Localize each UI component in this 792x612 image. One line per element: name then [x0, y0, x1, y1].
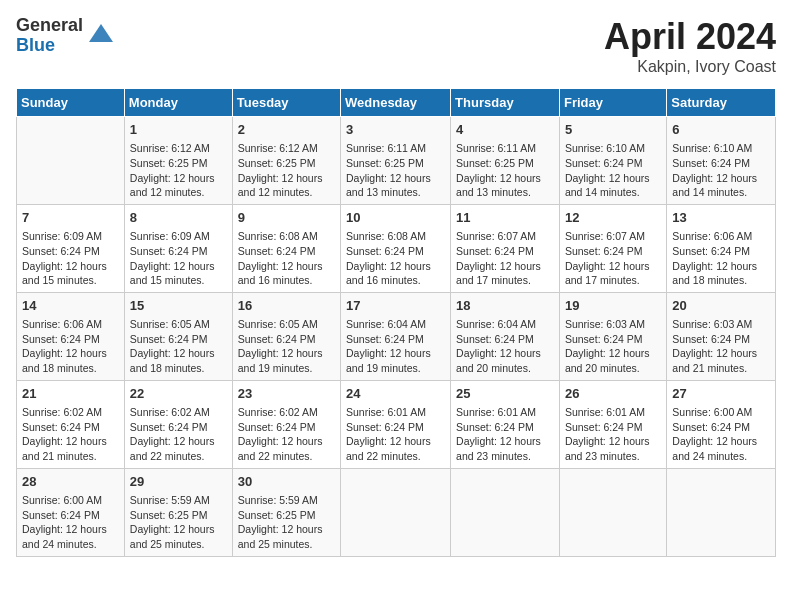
calendar-cell: 19Sunrise: 6:03 AM Sunset: 6:24 PM Dayli…	[559, 292, 666, 380]
day-number: 6	[672, 121, 770, 139]
day-number: 26	[565, 385, 661, 403]
week-row-1: 7Sunrise: 6:09 AM Sunset: 6:24 PM Daylig…	[17, 204, 776, 292]
calendar-cell	[341, 468, 451, 556]
calendar-cell: 9Sunrise: 6:08 AM Sunset: 6:24 PM Daylig…	[232, 204, 340, 292]
calendar-cell: 12Sunrise: 6:07 AM Sunset: 6:24 PM Dayli…	[559, 204, 666, 292]
header-monday: Monday	[124, 89, 232, 117]
day-number: 8	[130, 209, 227, 227]
day-number: 22	[130, 385, 227, 403]
header-saturday: Saturday	[667, 89, 776, 117]
day-info: Sunrise: 6:11 AM Sunset: 6:25 PM Dayligh…	[456, 141, 554, 200]
day-number: 24	[346, 385, 445, 403]
day-number: 3	[346, 121, 445, 139]
day-number: 10	[346, 209, 445, 227]
day-number: 30	[238, 473, 335, 491]
day-info: Sunrise: 5:59 AM Sunset: 6:25 PM Dayligh…	[130, 493, 227, 552]
day-number: 14	[22, 297, 119, 315]
day-number: 4	[456, 121, 554, 139]
day-number: 13	[672, 209, 770, 227]
day-info: Sunrise: 6:00 AM Sunset: 6:24 PM Dayligh…	[22, 493, 119, 552]
calendar-cell: 21Sunrise: 6:02 AM Sunset: 6:24 PM Dayli…	[17, 380, 125, 468]
day-info: Sunrise: 6:02 AM Sunset: 6:24 PM Dayligh…	[22, 405, 119, 464]
day-info: Sunrise: 6:12 AM Sunset: 6:25 PM Dayligh…	[130, 141, 227, 200]
calendar-cell: 26Sunrise: 6:01 AM Sunset: 6:24 PM Dayli…	[559, 380, 666, 468]
day-info: Sunrise: 6:09 AM Sunset: 6:24 PM Dayligh…	[130, 229, 227, 288]
calendar-cell: 1Sunrise: 6:12 AM Sunset: 6:25 PM Daylig…	[124, 117, 232, 205]
calendar-cell: 24Sunrise: 6:01 AM Sunset: 6:24 PM Dayli…	[341, 380, 451, 468]
logo-general-text: General	[16, 16, 83, 36]
day-number: 7	[22, 209, 119, 227]
day-number: 2	[238, 121, 335, 139]
calendar-table: SundayMondayTuesdayWednesdayThursdayFrid…	[16, 88, 776, 557]
day-info: Sunrise: 6:08 AM Sunset: 6:24 PM Dayligh…	[346, 229, 445, 288]
day-info: Sunrise: 6:12 AM Sunset: 6:25 PM Dayligh…	[238, 141, 335, 200]
calendar-cell: 2Sunrise: 6:12 AM Sunset: 6:25 PM Daylig…	[232, 117, 340, 205]
day-number: 11	[456, 209, 554, 227]
day-info: Sunrise: 6:01 AM Sunset: 6:24 PM Dayligh…	[456, 405, 554, 464]
header-tuesday: Tuesday	[232, 89, 340, 117]
day-info: Sunrise: 6:04 AM Sunset: 6:24 PM Dayligh…	[346, 317, 445, 376]
day-number: 15	[130, 297, 227, 315]
day-number: 23	[238, 385, 335, 403]
day-number: 5	[565, 121, 661, 139]
day-info: Sunrise: 6:04 AM Sunset: 6:24 PM Dayligh…	[456, 317, 554, 376]
calendar-cell: 3Sunrise: 6:11 AM Sunset: 6:25 PM Daylig…	[341, 117, 451, 205]
calendar-cell: 6Sunrise: 6:10 AM Sunset: 6:24 PM Daylig…	[667, 117, 776, 205]
day-info: Sunrise: 6:11 AM Sunset: 6:25 PM Dayligh…	[346, 141, 445, 200]
calendar-body: 1Sunrise: 6:12 AM Sunset: 6:25 PM Daylig…	[17, 117, 776, 557]
day-number: 25	[456, 385, 554, 403]
calendar-cell: 10Sunrise: 6:08 AM Sunset: 6:24 PM Dayli…	[341, 204, 451, 292]
calendar-cell: 11Sunrise: 6:07 AM Sunset: 6:24 PM Dayli…	[451, 204, 560, 292]
day-info: Sunrise: 6:05 AM Sunset: 6:24 PM Dayligh…	[130, 317, 227, 376]
day-number: 9	[238, 209, 335, 227]
calendar-cell: 5Sunrise: 6:10 AM Sunset: 6:24 PM Daylig…	[559, 117, 666, 205]
day-number: 1	[130, 121, 227, 139]
calendar-cell	[17, 117, 125, 205]
day-info: Sunrise: 5:59 AM Sunset: 6:25 PM Dayligh…	[238, 493, 335, 552]
calendar-cell: 13Sunrise: 6:06 AM Sunset: 6:24 PM Dayli…	[667, 204, 776, 292]
calendar-cell	[667, 468, 776, 556]
calendar-cell: 27Sunrise: 6:00 AM Sunset: 6:24 PM Dayli…	[667, 380, 776, 468]
calendar-cell: 8Sunrise: 6:09 AM Sunset: 6:24 PM Daylig…	[124, 204, 232, 292]
calendar-cell: 20Sunrise: 6:03 AM Sunset: 6:24 PM Dayli…	[667, 292, 776, 380]
week-row-4: 28Sunrise: 6:00 AM Sunset: 6:24 PM Dayli…	[17, 468, 776, 556]
day-info: Sunrise: 6:06 AM Sunset: 6:24 PM Dayligh…	[22, 317, 119, 376]
logo: General Blue	[16, 16, 115, 56]
calendar-cell: 7Sunrise: 6:09 AM Sunset: 6:24 PM Daylig…	[17, 204, 125, 292]
day-number: 27	[672, 385, 770, 403]
day-info: Sunrise: 6:05 AM Sunset: 6:24 PM Dayligh…	[238, 317, 335, 376]
day-info: Sunrise: 6:07 AM Sunset: 6:24 PM Dayligh…	[565, 229, 661, 288]
calendar-cell	[559, 468, 666, 556]
header-friday: Friday	[559, 89, 666, 117]
week-row-0: 1Sunrise: 6:12 AM Sunset: 6:25 PM Daylig…	[17, 117, 776, 205]
calendar-cell	[451, 468, 560, 556]
calendar-cell: 18Sunrise: 6:04 AM Sunset: 6:24 PM Dayli…	[451, 292, 560, 380]
calendar-cell: 25Sunrise: 6:01 AM Sunset: 6:24 PM Dayli…	[451, 380, 560, 468]
svg-marker-0	[89, 24, 113, 42]
title-block: April 2024 Kakpin, Ivory Coast	[604, 16, 776, 76]
day-number: 20	[672, 297, 770, 315]
day-number: 17	[346, 297, 445, 315]
calendar-header-row: SundayMondayTuesdayWednesdayThursdayFrid…	[17, 89, 776, 117]
week-row-2: 14Sunrise: 6:06 AM Sunset: 6:24 PM Dayli…	[17, 292, 776, 380]
logo-blue-text: Blue	[16, 36, 83, 56]
day-info: Sunrise: 6:03 AM Sunset: 6:24 PM Dayligh…	[672, 317, 770, 376]
calendar-cell: 30Sunrise: 5:59 AM Sunset: 6:25 PM Dayli…	[232, 468, 340, 556]
day-number: 29	[130, 473, 227, 491]
calendar-cell: 16Sunrise: 6:05 AM Sunset: 6:24 PM Dayli…	[232, 292, 340, 380]
calendar-cell: 4Sunrise: 6:11 AM Sunset: 6:25 PM Daylig…	[451, 117, 560, 205]
calendar-cell: 17Sunrise: 6:04 AM Sunset: 6:24 PM Dayli…	[341, 292, 451, 380]
day-number: 19	[565, 297, 661, 315]
day-info: Sunrise: 6:09 AM Sunset: 6:24 PM Dayligh…	[22, 229, 119, 288]
header-sunday: Sunday	[17, 89, 125, 117]
calendar-subtitle: Kakpin, Ivory Coast	[604, 58, 776, 76]
day-info: Sunrise: 6:03 AM Sunset: 6:24 PM Dayligh…	[565, 317, 661, 376]
day-info: Sunrise: 6:02 AM Sunset: 6:24 PM Dayligh…	[238, 405, 335, 464]
calendar-title: April 2024	[604, 16, 776, 58]
calendar-cell: 14Sunrise: 6:06 AM Sunset: 6:24 PM Dayli…	[17, 292, 125, 380]
logo-icon	[87, 22, 115, 50]
day-info: Sunrise: 6:10 AM Sunset: 6:24 PM Dayligh…	[565, 141, 661, 200]
day-info: Sunrise: 6:06 AM Sunset: 6:24 PM Dayligh…	[672, 229, 770, 288]
day-number: 28	[22, 473, 119, 491]
day-info: Sunrise: 6:07 AM Sunset: 6:24 PM Dayligh…	[456, 229, 554, 288]
